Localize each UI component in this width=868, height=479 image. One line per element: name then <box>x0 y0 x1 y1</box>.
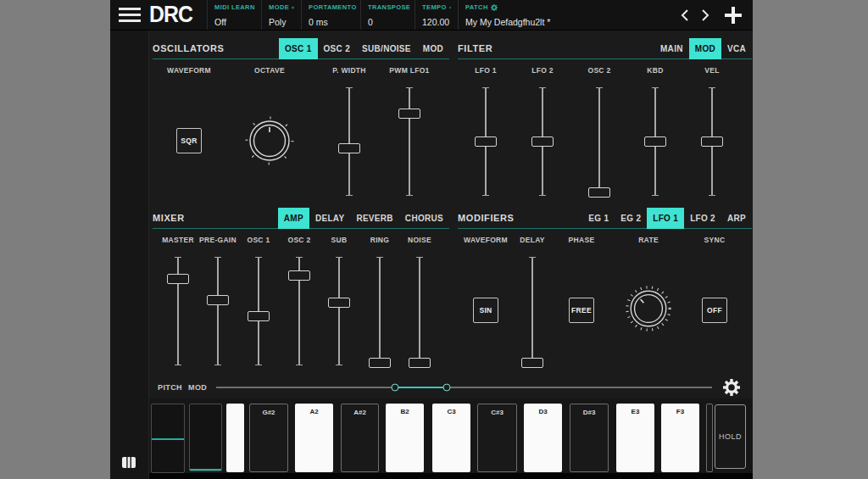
tab-sub-noise[interactable]: SUB/NOISE <box>356 38 417 59</box>
octave-label: OCTAVE <box>254 66 285 75</box>
range-selected-segment[interactable] <box>395 387 447 388</box>
patch-name-value[interactable]: My My Defadgfhu2lt * <box>465 17 668 27</box>
filter-header: FILTER MAIN MOD VCA <box>458 38 752 59</box>
slider-handle[interactable] <box>521 358 543 368</box>
slider-handle[interactable] <box>338 143 360 153</box>
filter-lfo2-slider[interactable] <box>531 87 554 196</box>
slider-handle[interactable] <box>409 358 431 368</box>
pre-gain-slider[interactable] <box>206 257 230 365</box>
slider-handle[interactable] <box>588 187 610 198</box>
mix-osc1-slider[interactable] <box>247 257 270 365</box>
slider-handle[interactable] <box>207 295 229 305</box>
patch-field[interactable]: PATCH My My Defadgfhu2lt * <box>458 0 675 30</box>
tab-arp[interactable]: ARP <box>721 208 752 229</box>
lfo-rate-knob[interactable] <box>624 284 673 333</box>
slider-handle[interactable] <box>167 274 189 284</box>
tab-delay[interactable]: DELAY <box>309 208 350 229</box>
octave-knob[interactable] <box>244 115 295 166</box>
waveform-select-button[interactable]: SQR <box>176 128 202 153</box>
key-partial-left[interactable] <box>226 404 244 472</box>
key-dsharp3[interactable]: D#3 <box>570 404 609 472</box>
filter-kbd-slider[interactable] <box>643 87 667 196</box>
key-e3[interactable]: E3 <box>616 404 654 472</box>
key-asharp2[interactable]: A#2 <box>341 404 379 472</box>
hold-button[interactable]: HOLD <box>715 404 746 469</box>
tab-filter-mod[interactable]: MOD <box>689 38 721 59</box>
tab-filter-vca[interactable]: VCA <box>721 38 752 59</box>
transpose-field[interactable]: TRANSPOSE 0 <box>360 0 415 30</box>
pitch-wheel[interactable] <box>151 404 185 473</box>
key-c3[interactable]: C3 <box>432 404 470 472</box>
key-gsharp2[interactable]: G#2 <box>249 404 288 472</box>
tempo-field[interactable]: TEMPO 120.00 <box>415 0 458 30</box>
previous-patch-button[interactable] <box>675 5 695 25</box>
bottom-strip <box>149 473 753 479</box>
portamento-value[interactable]: 0 ms <box>309 17 353 27</box>
tab-eg2[interactable]: EG 2 <box>615 208 647 229</box>
slider-handle[interactable] <box>475 136 497 147</box>
slider-handle[interactable] <box>531 136 554 147</box>
midi-learn-value[interactable]: Off <box>214 17 254 27</box>
slider-handle[interactable] <box>288 270 310 281</box>
tab-filter-main[interactable]: MAIN <box>654 38 689 59</box>
tab-lfo1[interactable]: LFO 1 <box>647 208 684 229</box>
portamento-field[interactable]: PORTAMENTO 0 ms <box>301 0 360 30</box>
tab-osc2[interactable]: OSC 2 <box>318 38 357 59</box>
key-b2[interactable]: B2 <box>386 404 424 472</box>
tab-chorus[interactable]: CHORUS <box>399 208 449 229</box>
key-a2[interactable]: A2 <box>295 404 333 472</box>
range-start-handle[interactable] <box>391 384 398 392</box>
filter-osc2-slider[interactable] <box>587 87 611 196</box>
noise-slider[interactable] <box>408 257 431 365</box>
slider-handle[interactable] <box>248 311 270 321</box>
keyboard-range-slider[interactable] <box>216 382 712 393</box>
mix-osc2-slider[interactable] <box>287 257 311 365</box>
pwm-lfo1-slider[interactable] <box>398 87 421 196</box>
tab-amp[interactable]: AMP <box>278 208 309 229</box>
next-patch-button[interactable] <box>695 5 715 25</box>
tempo-value[interactable]: 120.00 <box>422 17 451 27</box>
slider-handle[interactable] <box>328 298 350 308</box>
lfo-sync-button[interactable]: OFF <box>702 298 727 323</box>
filter-lfo1-slider[interactable] <box>474 87 498 196</box>
add-patch-button[interactable] <box>719 3 748 28</box>
mode-label: MODE <box>269 3 289 11</box>
gear-icon[interactable] <box>292 4 294 11</box>
transpose-value[interactable]: 0 <box>368 17 408 27</box>
gear-icon[interactable] <box>449 4 451 11</box>
midi-learn-field[interactable]: MIDI LEARN Off <box>207 0 261 30</box>
range-end-handle[interactable] <box>443 384 451 392</box>
lfo-phase-button[interactable]: FREE <box>569 298 594 323</box>
slider-handle[interactable] <box>398 109 420 119</box>
tab-osc-mod[interactable]: MOD <box>417 38 449 59</box>
tab-eg1[interactable]: EG 1 <box>582 208 615 229</box>
key-csharp3[interactable]: C#3 <box>477 404 517 472</box>
pitch-wheel-label: PITCH <box>158 383 182 392</box>
sub-slider[interactable] <box>327 257 351 365</box>
keyboard-area: G#2 A2 A#2 B2 C3 C#3 D3 D#3 E3 F3 HOLD <box>149 398 753 473</box>
ring-slider[interactable] <box>368 257 392 365</box>
pulse-width-slider[interactable] <box>337 87 361 196</box>
lfo-delay-slider[interactable] <box>520 257 544 365</box>
key-d3[interactable]: D3 <box>524 404 562 472</box>
slider-handle[interactable] <box>644 136 666 147</box>
mode-value[interactable]: Poly <box>269 17 294 27</box>
tab-lfo2[interactable]: LFO 2 <box>684 208 721 229</box>
filter-vel-slider[interactable] <box>700 87 724 196</box>
lfo-waveform-button[interactable]: SIN <box>473 298 498 323</box>
key-f3[interactable]: F3 <box>661 404 699 472</box>
tab-reverb[interactable]: REVERB <box>350 208 398 229</box>
pre-gain-label: PRE-GAIN <box>199 236 236 244</box>
master-slider[interactable] <box>166 257 190 365</box>
mode-field[interactable]: MODE Poly <box>261 0 301 30</box>
tab-osc1[interactable]: OSC 1 <box>279 38 318 59</box>
app-logo: DRC <box>149 0 203 30</box>
hamburger-menu-icon[interactable] <box>110 0 149 30</box>
key-partial-right[interactable] <box>706 404 713 472</box>
slider-handle[interactable] <box>701 136 723 147</box>
mod-wheel[interactable] <box>189 404 222 471</box>
gear-icon[interactable] <box>491 4 498 11</box>
keyboard-settings-gear-icon[interactable] <box>723 379 740 396</box>
piano-keyboard-icon[interactable] <box>121 456 136 469</box>
slider-handle[interactable] <box>369 358 391 368</box>
